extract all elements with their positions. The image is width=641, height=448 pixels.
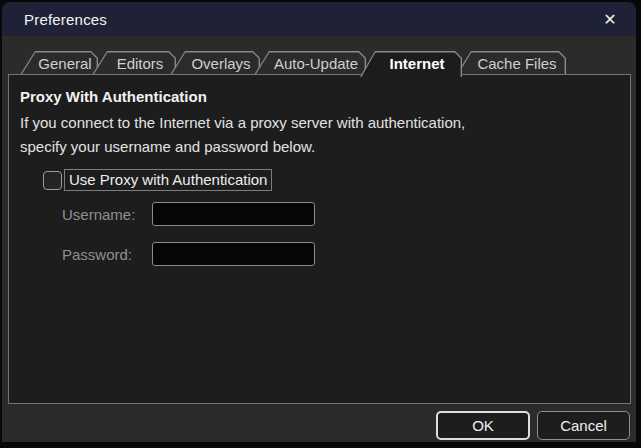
tab-label: General	[20, 51, 98, 75]
username-label: Username:	[62, 206, 152, 223]
tab-auto-update[interactable]: Auto-Update	[254, 51, 366, 75]
tab-label: Overlays	[170, 51, 260, 75]
tab-editors[interactable]: Editors	[92, 51, 176, 75]
ok-button[interactable]: OK	[436, 411, 530, 440]
password-label: Password:	[62, 246, 152, 263]
username-input[interactable]	[152, 202, 315, 226]
title-bar: Preferences ✕	[2, 2, 636, 36]
use-proxy-checkbox[interactable]	[43, 171, 62, 190]
tab-label: Auto-Update	[254, 51, 366, 75]
tab-overlays[interactable]: Overlays	[170, 51, 260, 75]
cancel-button[interactable]: Cancel	[537, 411, 630, 440]
use-proxy-row: Use Proxy with Authentication	[43, 169, 272, 191]
internet-tab-panel: Proxy With Authentication If you connect…	[8, 74, 631, 404]
description-line-2: specify your username and password below…	[20, 135, 465, 159]
tab-cache-files[interactable]: Cache Files	[456, 51, 566, 75]
window-title: Preferences	[24, 11, 107, 28]
username-row: Username:	[62, 202, 315, 226]
tab-label: Internet	[360, 51, 462, 75]
tab-internet[interactable]: Internet	[360, 51, 462, 75]
preferences-dialog: Preferences ✕ General Editors Overlays A…	[0, 0, 641, 448]
password-input[interactable]	[152, 242, 315, 266]
password-row: Password:	[62, 242, 315, 266]
section-heading: Proxy With Authentication	[20, 88, 207, 105]
tab-label: Editors	[92, 51, 176, 75]
use-proxy-label[interactable]: Use Proxy with Authentication	[64, 169, 272, 191]
description-line-1: If you connect to the Internet via a pro…	[20, 111, 465, 135]
tab-general[interactable]: General	[20, 51, 98, 75]
close-icon[interactable]: ✕	[596, 6, 624, 32]
tab-label: Cache Files	[456, 51, 566, 75]
section-description: If you connect to the Internet via a pro…	[20, 111, 465, 159]
